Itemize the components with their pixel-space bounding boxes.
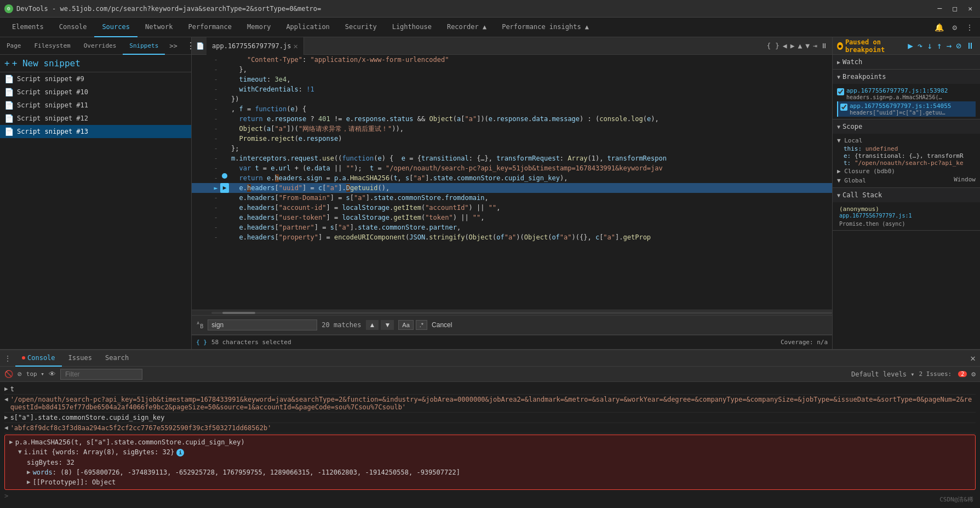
nav-up-icon[interactable]: ▲ xyxy=(798,42,803,50)
tab-console[interactable]: Console xyxy=(51,18,95,37)
nav-right-icon[interactable]: ▶ xyxy=(790,42,795,50)
sidebar-tabs: Page Filesystem Overrides Snippets >> ⋮ xyxy=(0,37,191,55)
search-regex-button[interactable]: .* xyxy=(416,320,427,330)
more-icon[interactable]: ⋮ xyxy=(964,21,976,34)
search-next-button[interactable]: ▼ xyxy=(381,320,394,330)
search-matches: 20 matches xyxy=(322,321,361,329)
snippet-item-13[interactable]: 📄 Script snippet #13 xyxy=(0,125,191,138)
breakpoint-checkbox-2[interactable] xyxy=(840,104,847,111)
settings-icon[interactable]: ⚙ xyxy=(950,21,959,34)
snippet-list: 📄 Script snippet #9 📄 Script snippet #10… xyxy=(0,72,191,349)
notification-icon[interactable]: 🔔 xyxy=(932,21,946,34)
console-filter-button[interactable]: ⊘ xyxy=(18,370,22,378)
console-settings-button[interactable]: ⚙ xyxy=(971,370,976,378)
sidebar-tab-page[interactable]: Page xyxy=(0,37,28,55)
expand-url-icon[interactable]: ◀ xyxy=(4,396,8,403)
scope-local-header[interactable]: ▼ Local xyxy=(837,136,976,145)
tab-memory[interactable]: Memory xyxy=(239,18,278,37)
search-case-button[interactable]: Aa xyxy=(398,320,413,330)
expand-words-icon[interactable]: ▶ xyxy=(27,469,31,476)
code-line-14: - e.headers["From-Domain"] = s["a"].stat… xyxy=(192,193,832,203)
pause-icon[interactable]: ⏸ xyxy=(821,42,828,50)
snippet-item-9[interactable]: 📄 Script snippet #9 xyxy=(0,72,191,85)
maximize-button[interactable]: □ xyxy=(949,4,960,13)
plus-icon: + xyxy=(4,58,10,69)
breakpoint-checkbox-1[interactable] xyxy=(837,88,844,95)
sidebar-tab-more[interactable]: >> xyxy=(165,37,181,54)
nav-tabs: Elements Console Sources Network Perform… xyxy=(0,18,980,37)
console-visibility-button[interactable]: 👁 xyxy=(49,370,56,378)
step-over-button[interactable]: ↷ xyxy=(916,41,924,51)
console-section-menu[interactable]: ⋮ xyxy=(4,355,11,362)
minimize-button[interactable]: ─ xyxy=(935,4,945,13)
watch-section-header[interactable]: ▶ Watch xyxy=(833,55,980,69)
scope-global-header[interactable]: ▼ Global xyxy=(837,176,866,185)
expand-proto-icon[interactable]: ▶ xyxy=(27,478,31,486)
callstack-section-header[interactable]: ▼ Call Stack xyxy=(833,188,980,202)
editor-tab[interactable]: app.1677556797797.js ✕ xyxy=(207,37,304,55)
close-tab-icon[interactable]: ✕ xyxy=(294,42,298,50)
expand-t-icon[interactable]: ▶ xyxy=(4,385,8,392)
breakpoint-filename-1: app.1677556797797.js:1:53982 xyxy=(846,87,976,94)
console-output[interactable]: ▶ t ◀ '/open/noauth/search-pc?api_key=51… xyxy=(0,382,980,508)
breakpoints-section-header[interactable]: ▼ Breakpoints xyxy=(833,70,980,84)
step-button[interactable]: → xyxy=(945,41,953,51)
tab-recorder[interactable]: Recorder ▲ xyxy=(439,18,494,37)
new-snippet-button[interactable]: + + New snippet xyxy=(0,55,191,72)
expand-hmac-icon[interactable]: ▶ xyxy=(9,438,13,446)
callstack-item-1[interactable]: (anonymous) app.1677556797797.js:1 xyxy=(837,204,976,220)
sidebar-tab-overrides[interactable]: Overrides xyxy=(77,37,123,55)
console-tab-issues[interactable]: Issues xyxy=(62,350,99,367)
console-tab-search[interactable]: Search xyxy=(99,350,135,367)
console-text-hmac: p.a.HmacSHA256(t, s["a"].state.commonSto… xyxy=(15,438,971,446)
search-input[interactable] xyxy=(208,319,317,330)
breakpoints-label: Breakpoints xyxy=(843,73,886,81)
step-into-button[interactable]: ↓ xyxy=(926,41,933,51)
snippet-label-10: Script snippet #10 xyxy=(17,88,88,96)
horizontal-scrollbar[interactable] xyxy=(192,310,832,315)
snippet-item-12[interactable]: 📄 Script snippet #12 xyxy=(0,112,191,125)
format-icon-status[interactable]: { } xyxy=(196,339,207,346)
paused-badge: ● Paused on breakpoint xyxy=(837,38,907,54)
nav-left-icon[interactable]: ◀ xyxy=(783,42,787,50)
nav-forward-icon[interactable]: ⇥ xyxy=(813,42,817,50)
scope-closure-header[interactable]: ▶ Closure (bdb0) xyxy=(837,167,976,176)
console-level-dropdown[interactable]: Default levels ▾ xyxy=(851,370,915,378)
console-clear-button[interactable]: 🚫 xyxy=(4,370,13,378)
tab-network[interactable]: Network xyxy=(137,18,181,37)
expand-hash-icon[interactable]: ◀ xyxy=(4,424,8,431)
close-button[interactable]: ✕ xyxy=(965,4,976,13)
tab-performance-insights[interactable]: Performance insights ▲ xyxy=(494,18,597,37)
scope-e: e: {transitional: {…}, transformR xyxy=(837,152,976,159)
scope-section-header[interactable]: ▼ Scope xyxy=(833,119,980,134)
search-prev-button[interactable]: ▲ xyxy=(366,320,379,330)
code-line-17: - e.headers["partner"] = s["a"].state.co… xyxy=(192,222,832,232)
top-frame-dropdown[interactable]: top ▾ xyxy=(26,370,44,378)
tab-application[interactable]: Application xyxy=(278,18,337,37)
console-close-button[interactable]: ✕ xyxy=(970,353,976,363)
tab-security[interactable]: Security xyxy=(337,18,385,37)
console-filter-input[interactable] xyxy=(60,369,142,380)
titlebar-title: DevTools - we.51job.com/pc/search?keywor… xyxy=(16,5,931,13)
tab-performance[interactable]: Performance xyxy=(181,18,239,37)
resume-button[interactable]: ▶ xyxy=(907,41,914,51)
code-lines[interactable]: - "Content-Type": "application/x-www-for… xyxy=(192,55,832,310)
snippet-item-10[interactable]: 📄 Script snippet #10 xyxy=(0,85,191,99)
step-out-button[interactable]: ↑ xyxy=(936,41,943,51)
expand-sign-key-icon[interactable]: ▶ xyxy=(4,414,8,421)
search-nav: ▲ ▼ xyxy=(366,320,394,330)
sidebar-tab-filesystem[interactable]: Filesystem xyxy=(28,37,77,55)
tab-elements[interactable]: Elements xyxy=(4,18,51,37)
tab-sources[interactable]: Sources xyxy=(94,18,137,37)
expand-init-icon[interactable]: ▼ xyxy=(18,448,22,455)
nav-down-icon[interactable]: ▼ xyxy=(805,42,810,50)
editor-tab-bar: 📄 app.1677556797797.js ✕ { } ◀ ▶ ▲ ▼ ⇥ ⏸ xyxy=(192,37,832,55)
format-icon[interactable]: { } xyxy=(766,42,779,50)
deactivate-breakpoints-button[interactable]: ⊘ xyxy=(955,41,962,51)
tab-lighthouse[interactable]: Lighthouse xyxy=(385,18,439,37)
console-tab-console[interactable]: Console xyxy=(15,350,62,367)
search-cancel-button[interactable]: Cancel xyxy=(432,321,452,329)
sidebar-tab-snippets[interactable]: Snippets xyxy=(123,37,165,55)
snippet-item-11[interactable]: 📄 Script snippet #11 xyxy=(0,99,191,112)
pause-exceptions-button[interactable]: ⏸ xyxy=(965,41,976,51)
